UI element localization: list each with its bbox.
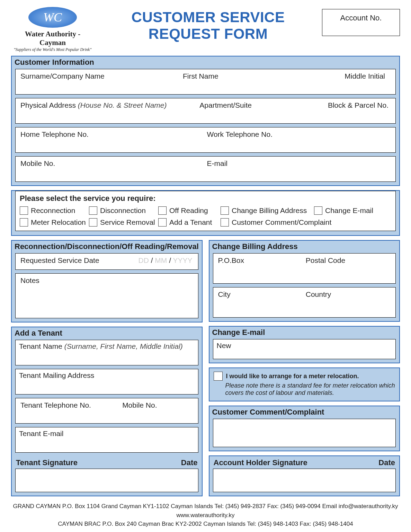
service-selection-header: Please select the service you require: — [20, 194, 391, 203]
notes-box[interactable]: Notes — [15, 273, 198, 318]
meter-relocation-note: Please note there is a standard fee for … — [214, 382, 395, 397]
checkbox-disconnection[interactable]: Disconnection — [89, 206, 158, 215]
tenant-signature-date-label: Date — [181, 458, 198, 467]
home-telephone-label: Home Telephone No. — [19, 130, 206, 139]
account-number-box[interactable]: Account No. — [322, 9, 400, 36]
notes-label: Notes — [19, 276, 195, 285]
new-email-label: New — [217, 342, 231, 349]
tenant-mailing-address-box[interactable]: Tenant Mailing Address — [15, 369, 198, 394]
email-label: E-mail — [206, 159, 392, 168]
logo-tagline: "Suppliers of the World's Most Popular D… — [11, 47, 94, 52]
middle-initial-label: Middle Initial — [304, 71, 392, 80]
physical-address-label: Physical Address (House No. & Street Nam… — [19, 100, 198, 109]
checkbox-meter-relocation-confirm[interactable] — [214, 372, 223, 381]
postal-code-label: Postal Code — [304, 256, 392, 265]
requested-service-date-label: Requested Service Date — [19, 256, 106, 265]
tenant-email-box[interactable]: Tenant E-mail — [15, 427, 198, 453]
change-email-header: Change E-mail — [209, 327, 400, 339]
checkbox-change-billing-address[interactable]: Change Billing Address — [221, 206, 314, 215]
change-email-section: Change E-mail New — [209, 326, 400, 363]
logo-block: WC Water Authority - Cayman "Suppliers o… — [11, 7, 94, 52]
tenant-name-box[interactable]: Tenant Name (Surname, First Name, Middle… — [15, 340, 198, 365]
logo-name: Water Authority - Cayman — [11, 30, 94, 47]
change-billing-address-section: Change Billing Address P.O.Box Postal Co… — [209, 240, 400, 322]
account-holder-signature-box[interactable] — [213, 469, 396, 492]
block-parcel-label: Block & Parcel No. — [299, 100, 392, 109]
name-row[interactable]: Surname/Company Name First Name Middle I… — [15, 69, 396, 95]
customer-comment-header: Customer Comment/Complaint — [209, 406, 400, 419]
tenant-mobile-label: Mobile No. — [121, 400, 194, 409]
new-email-box[interactable]: New — [213, 339, 396, 359]
account-holder-signature-section: Account Holder Signature Date — [209, 455, 400, 496]
checkbox-off-reading[interactable]: Off Reading — [158, 206, 221, 215]
address-row[interactable]: Physical Address (House No. & Street Nam… — [15, 98, 396, 124]
account-number-label: Account No. — [340, 14, 382, 22]
customer-comment-box[interactable] — [213, 419, 396, 447]
reconnection-section: Reconnection/Disconnection/Off Reading/R… — [11, 240, 203, 322]
customer-comment-section: Customer Comment/Complaint — [209, 406, 400, 451]
add-tenant-header: Add a Tenant — [12, 327, 202, 340]
footer-line1: GRAND CAYMAN P.O. Box 1104 Grand Cayman … — [11, 502, 400, 520]
account-holder-signature-label: Account Holder Signature — [214, 458, 307, 467]
telephone-row[interactable]: Home Telephone No. Work Telephone No. — [15, 127, 396, 153]
checkbox-change-email[interactable]: Change E-mail — [314, 206, 373, 215]
tenant-name-label: Tenant Name — [19, 342, 64, 350]
customer-information-header: Customer Information — [12, 56, 399, 69]
checkbox-add-tenant[interactable]: Add a Tenant — [158, 218, 221, 227]
city-country-box[interactable]: City Country — [213, 287, 396, 318]
tenant-telephone-label: Tenant Telephone No. — [19, 400, 121, 409]
footer: GRAND CAYMAN P.O. Box 1104 Grand Cayman … — [11, 502, 400, 529]
surname-label: Surname/Company Name — [19, 71, 181, 80]
meter-relocation-section: I would like to arrange for a meter relo… — [209, 367, 400, 401]
tenant-signature-box[interactable] — [15, 469, 198, 492]
mobile-email-row[interactable]: Mobile No. E-mail — [15, 156, 396, 182]
date-dd-hint: DD — [138, 256, 149, 264]
logo-oval: WC — [28, 7, 77, 28]
tenant-mailing-address-label: Tenant Mailing Address — [19, 371, 94, 379]
tenant-signature-label: Tenant Signature — [16, 458, 78, 467]
apartment-label: Apartment/Suite — [198, 100, 299, 109]
meter-relocation-label: I would like to arrange for a meter relo… — [226, 373, 359, 380]
pobox-postal-box[interactable]: P.O.Box Postal Code — [213, 253, 396, 284]
checkbox-customer-comment[interactable]: Customer Comment/Complaint — [221, 218, 331, 227]
account-holder-signature-date-label: Date — [378, 458, 395, 467]
date-mm-hint: MM — [155, 256, 167, 264]
city-label: City — [217, 290, 304, 299]
requested-service-date-box[interactable]: Requested Service Date DD / MM / YYYY — [15, 253, 198, 270]
customer-information-section: Customer Information Surname/Company Nam… — [11, 56, 400, 186]
change-billing-address-header: Change Billing Address — [209, 241, 400, 253]
country-label: Country — [304, 290, 392, 299]
footer-line2: CAYMAN BRAC P.O. Box 240 Cayman Brac KY2… — [11, 520, 400, 529]
pobox-label: P.O.Box — [217, 256, 304, 265]
service-selection-section: Please select the service you require: R… — [11, 190, 400, 236]
page-title: CUSTOMER SERVICEREQUEST FORM — [94, 7, 322, 43]
reconnection-header: Reconnection/Disconnection/Off Reading/R… — [12, 241, 202, 253]
work-telephone-label: Work Telephone No. — [206, 130, 392, 139]
mobile-label: Mobile No. — [19, 159, 206, 168]
firstname-label: First Name — [181, 71, 304, 80]
tenant-email-label: Tenant E-mail — [19, 429, 63, 437]
add-tenant-section: Add a Tenant Tenant Name (Surname, First… — [11, 327, 203, 496]
tenant-telephone-box[interactable]: Tenant Telephone No. Mobile No. — [15, 398, 198, 424]
checkbox-meter-relocation[interactable]: Meter Relocation — [20, 218, 89, 227]
checkbox-service-removal[interactable]: Service Removal — [89, 218, 158, 227]
checkbox-reconnection[interactable]: Reconnection — [20, 206, 89, 215]
date-yyyy-hint: YYYY — [173, 256, 192, 264]
